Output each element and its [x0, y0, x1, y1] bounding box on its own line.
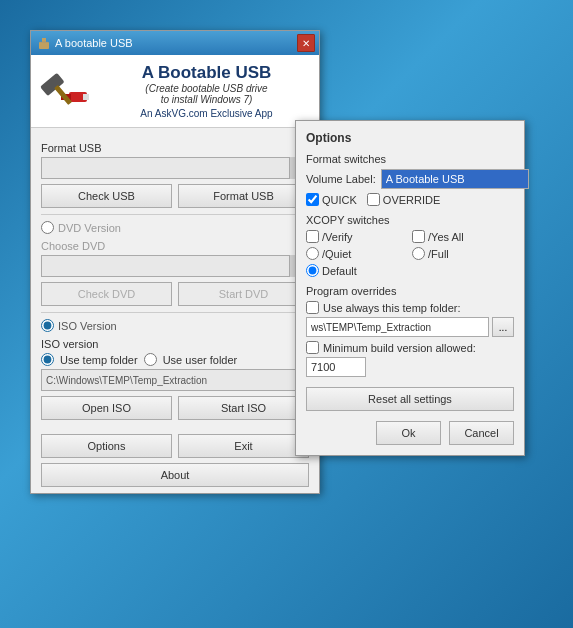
- start-iso-button[interactable]: Start ISO: [178, 396, 309, 420]
- browse-button[interactable]: ...: [492, 317, 514, 337]
- options-button[interactable]: Options: [41, 434, 172, 458]
- xcopy-switches-title: XCOPY switches: [306, 214, 514, 226]
- full-label: /Full: [428, 248, 449, 260]
- volume-label-row: Volume Label:: [306, 169, 514, 189]
- app-title: A Bootable USB: [102, 63, 311, 83]
- use-temp-checkbox-row: Use always this temp folder:: [306, 301, 514, 314]
- options-exit-row: Options Exit: [41, 434, 309, 458]
- bottom-buttons: Options Exit About: [31, 428, 319, 493]
- program-overrides-title: Program overrides: [306, 285, 514, 297]
- app-logo: [39, 64, 94, 119]
- about-row: About: [41, 463, 309, 487]
- check-dvd-button[interactable]: Check DVD: [41, 282, 172, 306]
- volume-label-input[interactable]: [381, 169, 529, 189]
- format-usb-label: Format USB: [41, 142, 309, 154]
- iso-buttons: Open ISO Start ISO: [41, 396, 309, 420]
- quiet-radio[interactable]: [306, 247, 319, 260]
- app-icon: [37, 36, 51, 50]
- app-header: A Bootable USB (Create bootable USB driv…: [31, 55, 319, 128]
- iso-path-input[interactable]: [41, 369, 309, 391]
- min-build-input-wrapper: [306, 357, 514, 377]
- default-radio-item: Default: [306, 264, 514, 277]
- quiet-radio-item: /Quiet: [306, 247, 408, 260]
- cancel-button[interactable]: Cancel: [449, 421, 514, 445]
- options-title: Options: [306, 131, 514, 145]
- default-label: Default: [322, 265, 357, 277]
- main-content: Format USB ▼ Check USB Format USB DVD Ve…: [31, 128, 319, 428]
- format-usb-buttons: Check USB Format USB: [41, 184, 309, 208]
- options-window: Options Format switches Volume Label: QU…: [295, 120, 525, 456]
- temp-folder-row: ...: [306, 317, 514, 337]
- quick-checkbox[interactable]: [306, 193, 319, 206]
- hammer-icon: [39, 64, 94, 119]
- use-temp-checkbox[interactable]: [306, 301, 319, 314]
- format-usb-combo-wrapper: ▼: [41, 157, 309, 179]
- yesall-radio-item: /Yes All: [412, 230, 514, 243]
- quiet-label: /Quiet: [322, 248, 351, 260]
- yesall-checkbox[interactable]: [412, 230, 425, 243]
- app-byline: An AskVG.com Exclusive App: [102, 108, 311, 119]
- min-build-label: Minimum build version allowed:: [323, 342, 476, 354]
- verify-checkbox[interactable]: [306, 230, 319, 243]
- open-iso-button[interactable]: Open ISO: [41, 396, 172, 420]
- close-button[interactable]: ✕: [297, 34, 315, 52]
- yesall-label: /Yes All: [428, 231, 464, 243]
- dvd-combo[interactable]: [41, 255, 309, 277]
- verify-radio-item: /Verify: [306, 230, 408, 243]
- use-temp-label: Use temp folder: [60, 354, 138, 366]
- full-radio[interactable]: [412, 247, 425, 260]
- dvd-radio-row: DVD Version: [41, 221, 309, 234]
- override-label: OVERRIDE: [383, 194, 440, 206]
- override-checkbox[interactable]: [367, 193, 380, 206]
- title-bar-left: A bootable USB: [37, 36, 133, 50]
- ok-cancel-row: Ok Cancel: [306, 421, 514, 445]
- use-user-label: Use user folder: [163, 354, 238, 366]
- override-checkbox-item: OVERRIDE: [367, 193, 440, 206]
- format-usb-button[interactable]: Format USB: [178, 184, 309, 208]
- exit-button[interactable]: Exit: [178, 434, 309, 458]
- about-button[interactable]: About: [41, 463, 309, 487]
- header-text: A Bootable USB (Create bootable USB driv…: [102, 63, 311, 119]
- app-subtitle: (Create bootable USB drive to install Wi…: [102, 83, 311, 105]
- iso-radio-label: ISO Version: [58, 320, 117, 332]
- xcopy-radios: /Verify /Yes All /Quiet /Full Default: [306, 230, 514, 277]
- choose-dvd-label: Choose DVD: [41, 240, 309, 252]
- dvd-combo-wrapper: ▼: [41, 255, 309, 277]
- main-window: A bootable USB ✕ A Bootable USB (Create …: [30, 30, 320, 494]
- format-usb-combo[interactable]: [41, 157, 309, 179]
- min-build-checkbox-row: Minimum build version allowed:: [306, 341, 514, 354]
- iso-path-wrapper: [41, 369, 309, 391]
- check-usb-button[interactable]: Check USB: [41, 184, 172, 208]
- title-bar: A bootable USB ✕: [31, 31, 319, 55]
- min-build-checkbox[interactable]: [306, 341, 319, 354]
- iso-folder-options: Use temp folder Use user folder: [41, 353, 309, 366]
- reset-button[interactable]: Reset all settings: [306, 387, 514, 411]
- ok-button[interactable]: Ok: [376, 421, 441, 445]
- start-dvd-button[interactable]: Start DVD: [178, 282, 309, 306]
- dvd-radio-label: DVD Version: [58, 222, 121, 234]
- svg-rect-0: [39, 42, 49, 49]
- divider-2: [41, 312, 309, 313]
- default-radio[interactable]: [306, 264, 319, 277]
- svg-rect-4: [83, 94, 89, 100]
- iso-radio-row: ISO Version: [41, 319, 309, 332]
- verify-label: /Verify: [322, 231, 353, 243]
- iso-radio[interactable]: [41, 319, 54, 332]
- full-radio-item: /Full: [412, 247, 514, 260]
- use-user-radio[interactable]: [144, 353, 157, 366]
- format-switches-title: Format switches: [306, 153, 514, 165]
- min-build-input[interactable]: [306, 357, 366, 377]
- iso-version-label: ISO version: [41, 338, 309, 350]
- use-temp-radio[interactable]: [41, 353, 54, 366]
- dvd-buttons: Check DVD Start DVD: [41, 282, 309, 306]
- volume-label-text: Volume Label:: [306, 173, 376, 185]
- quick-label: QUICK: [322, 194, 357, 206]
- temp-path-input[interactable]: [306, 317, 489, 337]
- dvd-radio[interactable]: [41, 221, 54, 234]
- quick-checkbox-item: QUICK: [306, 193, 357, 206]
- window-title: A bootable USB: [55, 37, 133, 49]
- format-checkbox-row: QUICK OVERRIDE: [306, 193, 514, 206]
- divider-1: [41, 214, 309, 215]
- use-temp-label: Use always this temp folder:: [323, 302, 461, 314]
